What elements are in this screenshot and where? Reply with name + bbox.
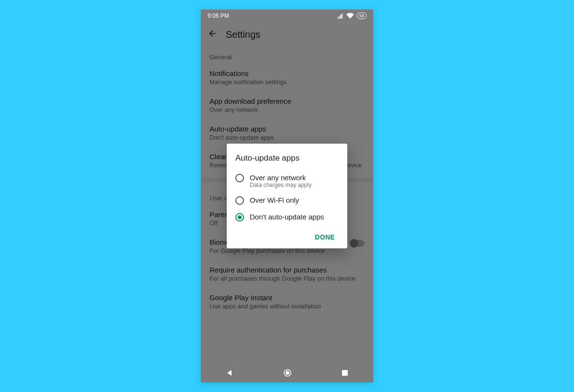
signal-icon — [337, 13, 343, 19]
auto-update-dialog: Auto-update apps Over any network Data c… — [227, 144, 347, 249]
status-time: 9:06 PM — [208, 12, 337, 19]
status-icons: 58 — [337, 12, 366, 19]
svg-point-1 — [286, 371, 289, 375]
wifi-icon — [346, 13, 354, 19]
dialog-actions: DONE — [235, 226, 339, 244]
nav-home-icon[interactable] — [283, 369, 292, 377]
radio-icon — [235, 196, 244, 205]
system-nav-bar — [201, 363, 373, 382]
radio-option-wifi-only[interactable]: Over Wi-Fi only — [235, 192, 339, 209]
radio-option-any-network[interactable]: Over any network Data charges may apply — [235, 170, 339, 192]
phone-frame: 9:06 PM 58 Settings General Notification… — [201, 10, 373, 382]
done-button[interactable]: DONE — [311, 230, 339, 244]
radio-option-dont-update[interactable]: Don't auto-update apps — [235, 209, 339, 226]
battery-icon: 58 — [357, 12, 366, 19]
svg-rect-2 — [342, 370, 348, 376]
dialog-title: Auto-update apps — [235, 153, 339, 163]
status-bar: 9:06 PM 58 — [201, 10, 373, 22]
radio-icon — [235, 213, 244, 222]
radio-icon — [235, 174, 244, 183]
nav-recents-icon[interactable] — [342, 370, 348, 376]
nav-back-icon[interactable] — [226, 369, 233, 377]
